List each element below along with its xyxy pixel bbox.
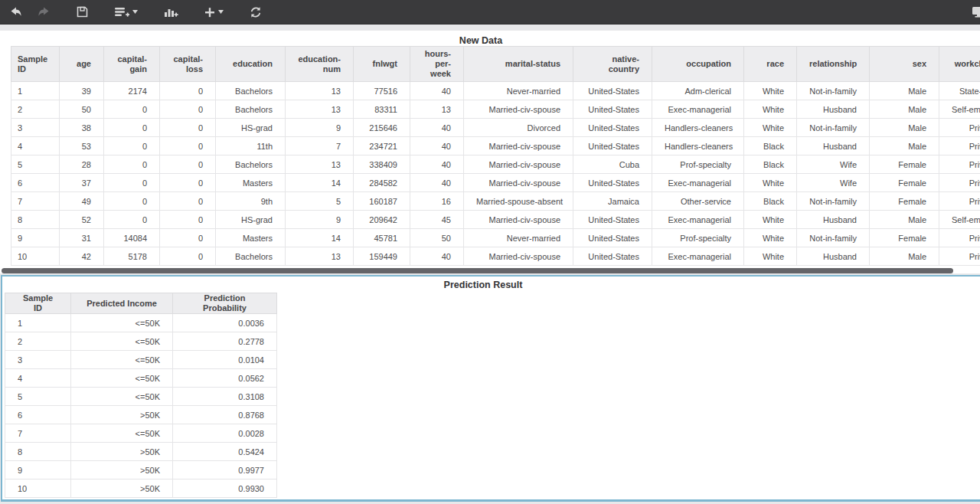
undo-button[interactable] xyxy=(2,0,30,25)
cell-sex: Male xyxy=(870,100,939,119)
cell-race: Black xyxy=(744,192,797,211)
column-header-age: age xyxy=(60,47,104,82)
cell-predicted-income: <=50K xyxy=(71,351,173,369)
toolbar xyxy=(0,0,980,25)
column-header-occupation: occupation xyxy=(652,47,744,82)
cell-relationship: Wife xyxy=(797,155,870,174)
cell-fnlwgt: 338409 xyxy=(354,155,410,174)
cell-native-country: United-States xyxy=(573,100,652,119)
cell-capital-gain: 5178 xyxy=(104,247,160,266)
cell-occupation: Handlers-cleaners xyxy=(652,119,744,137)
redo-button[interactable] xyxy=(30,0,58,25)
cell-capital-gain: 0 xyxy=(104,211,160,229)
cell-prediction-probability: 0.9977 xyxy=(173,461,277,479)
table-row: 6>50K0.8768 xyxy=(5,406,277,424)
prediction-result-panel: Prediction Result Sample IDPredicted Inc… xyxy=(1,275,980,502)
table-row: 2<=50K0.2778 xyxy=(5,332,277,351)
table-row: 4<=50K0.0562 xyxy=(5,369,277,388)
cell-sex: Female xyxy=(870,155,939,174)
refresh-icon xyxy=(250,6,262,18)
cell-race: White xyxy=(744,174,797,192)
header-row: Sample IDagecapital-gaincapital-losseduc… xyxy=(11,47,980,82)
cell-hours-per-week: 45 xyxy=(410,211,464,229)
add-data-button[interactable] xyxy=(106,0,145,25)
cell-occupation: Exec-managerial xyxy=(652,174,744,192)
cell-capital-loss: 0 xyxy=(160,100,216,119)
cell-sample-id: 1 xyxy=(5,314,71,332)
cell-relationship: Husband xyxy=(797,247,870,266)
cell-native-country: Jamaica xyxy=(573,192,652,211)
cell-occupation: Other-service xyxy=(652,192,744,211)
cell-capital-gain: 0 xyxy=(104,100,160,119)
cell-relationship: Not-in-family xyxy=(797,119,870,137)
cell-predicted-income: <=50K xyxy=(71,388,173,406)
column-header-sample-id: Sample ID xyxy=(5,293,71,314)
cell-sample-id: 6 xyxy=(11,174,60,192)
cell-age: 38 xyxy=(60,119,104,137)
column-header-relationship: relationship xyxy=(797,47,870,82)
add-chart-button[interactable] xyxy=(156,0,186,25)
chevron-down-icon xyxy=(218,10,224,14)
cell-occupation: Handlers-cleaners xyxy=(652,137,744,155)
cell-capital-loss: 0 xyxy=(160,137,216,155)
cell-workclass: Private xyxy=(939,155,980,174)
cell-occupation: Adm-clerical xyxy=(652,82,744,100)
add-button[interactable] xyxy=(197,0,231,25)
cell-age: 52 xyxy=(60,211,104,229)
cell-workclass: Private xyxy=(939,247,980,266)
undo-icon xyxy=(9,6,22,18)
cell-occupation: Prof-specialty xyxy=(652,155,744,174)
cell-native-country: United-States xyxy=(573,211,652,229)
cell-age: 49 xyxy=(60,192,104,211)
table-row: 5<=50K0.3108 xyxy=(5,388,277,406)
cell-native-country: United-States xyxy=(573,247,652,266)
cell-workclass: Self-emp-not-inc xyxy=(939,211,980,229)
cell-race: White xyxy=(744,247,797,266)
cell-education: Bachelors xyxy=(216,247,286,266)
cell-prediction-probability: 0.8768 xyxy=(173,406,277,424)
cell-workclass: Private xyxy=(939,174,980,192)
cell-sex: Male xyxy=(870,119,939,137)
column-header-sample-id: Sample ID xyxy=(11,47,60,82)
new-data-table: Sample IDagecapital-gaincapital-losseduc… xyxy=(11,46,980,266)
column-header-predicted-income: Predicted Income xyxy=(71,293,173,314)
cell-hours-per-week: 40 xyxy=(410,155,464,174)
cell-prediction-probability: 0.0562 xyxy=(173,369,277,388)
cell-relationship: Husband xyxy=(797,211,870,229)
cell-prediction-probability: 0.9930 xyxy=(173,479,277,498)
save-button[interactable] xyxy=(69,0,96,25)
cell-sample-id: 5 xyxy=(5,388,71,406)
table-row: 749009th516018716Married-spouse-absentJa… xyxy=(11,192,980,211)
horizontal-scrollbar-thumb[interactable] xyxy=(2,268,953,273)
add-chart-icon xyxy=(164,6,178,18)
refresh-button[interactable] xyxy=(242,0,270,25)
cell-age: 31 xyxy=(60,229,104,247)
cell-race: Black xyxy=(744,155,797,174)
cell-sample-id: 1 xyxy=(11,82,60,100)
cell-prediction-probability: 0.0028 xyxy=(173,424,277,443)
cell-education: Bachelors xyxy=(216,82,286,100)
column-header-prediction-probability: Prediction Probability xyxy=(173,293,277,314)
cell-fnlwgt: 284582 xyxy=(354,174,410,192)
cell-sample-id: 10 xyxy=(11,247,60,266)
cell-sample-id: 6 xyxy=(5,406,71,424)
cell-capital-gain: 0 xyxy=(104,137,160,155)
cell-marital-status: Married-civ-spouse xyxy=(464,100,573,119)
cell-sample-id: 7 xyxy=(11,192,60,211)
cell-native-country: United-States xyxy=(573,119,652,137)
cell-native-country: United-States xyxy=(573,82,652,100)
cell-age: 42 xyxy=(60,247,104,266)
cell-sample-id: 3 xyxy=(5,351,71,369)
cell-capital-loss: 0 xyxy=(160,155,216,174)
cell-hours-per-week: 40 xyxy=(410,119,464,137)
cell-age: 37 xyxy=(60,174,104,192)
cell-education: 11th xyxy=(216,137,286,155)
cell-native-country: United-States xyxy=(573,137,652,155)
cell-marital-status: Never-married xyxy=(464,82,573,100)
cell-fnlwgt: 234721 xyxy=(354,137,410,155)
cell-sex: Male xyxy=(870,82,939,100)
table-row: 85200HS-grad920964245Married-civ-spouseU… xyxy=(11,211,980,229)
display-button[interactable] xyxy=(972,6,980,21)
cell-predicted-income: <=50K xyxy=(71,369,173,388)
cell-occupation: Exec-managerial xyxy=(652,247,744,266)
